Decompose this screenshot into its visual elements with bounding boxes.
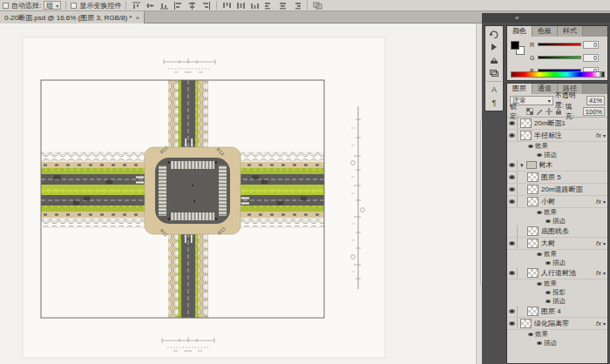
visibility-toggle[interactable] [507,118,518,129]
effect-row[interactable]: 描边 [507,151,607,159]
layer-row[interactable]: 小树 fx ▾ [507,196,607,208]
distribute-hcenter-icon[interactable] [277,1,288,10]
visibility-toggle[interactable] [526,142,535,151]
visibility-toggle[interactable] [544,288,552,297]
layer-thumbnail[interactable] [527,172,539,182]
red-slider[interactable] [538,43,581,46]
layer-thumbnail[interactable] [520,319,532,328]
visibility-toggle[interactable] [535,280,544,288]
visibility-toggle[interactable] [507,159,518,171]
foreground-color-swatch[interactable] [511,41,519,50]
clone-source-panel-icon[interactable] [486,54,502,66]
visibility-toggle[interactable] [507,306,518,317]
visibility-toggle[interactable] [507,318,518,329]
lock-transparent-icon[interactable] [526,108,533,115]
lock-position-icon[interactable] [546,108,552,115]
align-top-icon[interactable] [131,1,142,10]
visibility-toggle[interactable] [507,196,518,207]
effects-header-row[interactable]: 效果 [507,280,607,288]
visibility-toggle[interactable] [544,259,552,267]
auto-select-checkbox[interactable] [3,3,9,9]
canvas-vertical-scrollbar[interactable] [476,24,482,364]
effects-header-row[interactable]: 效果 [507,142,607,151]
green-value-field[interactable]: 0 [583,54,599,62]
distribute-right-icon[interactable] [291,1,302,10]
visibility-toggle[interactable] [507,226,518,237]
fx-badge[interactable]: fx ▾ [596,239,607,247]
effect-row[interactable]: 投影 [507,288,607,297]
effects-header-row[interactable]: 效果 [507,208,607,217]
layer-row[interactable]: 人行道树池 fx ▾ [507,267,607,280]
tab-swatches[interactable]: 色板 [532,26,558,37]
visibility-toggle[interactable] [535,339,544,347]
visibility-toggle[interactable] [535,208,544,217]
red-value-field[interactable]: 0 [583,41,599,49]
fill-field[interactable]: 100% [583,107,605,116]
effects-header-row[interactable]: 效果 [507,250,607,259]
fx-badge[interactable]: fx ▾ [596,269,607,277]
layer-row[interactable]: 图层 5 [507,172,607,184]
align-vcenter-icon[interactable] [145,1,156,10]
distribute-left-icon[interactable] [263,1,274,10]
layer-comps-panel-icon[interactable] [486,67,502,79]
lock-all-icon[interactable] [555,108,562,115]
fx-badge[interactable]: fx ▾ [596,198,607,206]
tab-channels[interactable]: 通道 [532,84,558,94]
history-panel-icon[interactable] [486,28,502,40]
group-expand-caret[interactable]: ▾ [520,162,524,169]
align-bottom-icon[interactable] [159,1,170,10]
distribute-top-icon[interactable] [221,1,233,10]
layer-row[interactable]: 大树 fx ▾ [507,238,607,250]
visibility-toggle[interactable] [544,217,552,226]
canvas-area[interactable]: R12 R12 R12 R12 [0,24,476,364]
align-hcenter-icon[interactable] [186,1,198,10]
layer-thumbnail[interactable] [527,197,539,206]
collapse-dock-button[interactable]: « [515,14,518,22]
fx-badge[interactable]: fx ▾ [596,320,607,327]
effect-row[interactable]: 描边 [507,339,607,347]
tab-styles[interactable]: 样式 [558,26,583,37]
layer-thumbnail[interactable] [527,226,539,236]
layer-row[interactable]: 20m断面1 [507,118,607,130]
visibility-toggle[interactable] [544,297,552,306]
layer-row[interactable]: 20m道路断面 [507,184,607,196]
green-slider[interactable] [538,56,581,59]
layer-row[interactable]: 半径标注 fx ▾ [507,130,607,142]
layer-thumbnail[interactable] [520,131,532,140]
group-row[interactable]: ▾ 树木 [507,159,607,172]
document-tab[interactable]: 0-20断面.psd @ 16.6% (图层 3, RGB/8) * × [0,11,145,24]
distribute-bottom-icon[interactable] [249,1,261,10]
layer-thumbnail[interactable] [520,118,532,128]
visibility-toggle[interactable] [507,172,518,183]
layer-row[interactable]: 图层 4 [507,306,607,318]
layer-row[interactable]: 底图线条 [507,226,607,238]
effect-row[interactable]: 描边 [507,259,607,267]
visibility-toggle[interactable] [526,330,535,339]
color-spectrum-ramp[interactable] [511,71,605,78]
visibility-toggle[interactable] [507,130,518,141]
close-icon[interactable]: × [135,14,139,22]
align-right-icon[interactable] [200,1,212,10]
effect-row[interactable]: 描边 [507,217,607,226]
auto-select-dropdown[interactable]: 组 ▾ [44,1,61,10]
actions-panel-icon[interactable] [486,41,502,53]
effects-header-row[interactable]: 效果 [507,330,607,339]
layer-thumbnail[interactable] [527,185,539,194]
layer-thumbnail[interactable] [527,239,539,248]
visibility-toggle[interactable] [507,238,518,249]
visibility-toggle[interactable] [535,250,544,259]
effect-row[interactable]: 描边 [507,297,607,306]
show-transform-checkbox[interactable] [71,3,77,9]
foreground-background-swatches[interactable] [511,41,526,57]
layer-thumbnail[interactable] [527,268,539,278]
visibility-toggle[interactable] [507,184,518,195]
visibility-toggle[interactable] [507,267,518,279]
layer-row[interactable]: 绿化隔离带 fx ▾ [507,318,607,330]
tab-color[interactable]: 颜色 [507,26,532,37]
fx-badge[interactable]: fx ▾ [596,131,607,139]
distribute-vcenter-icon[interactable] [235,1,247,10]
tab-layers[interactable]: 图层 [507,84,532,94]
paragraph-panel-icon[interactable]: ¶ [486,97,502,109]
auto-align-layers-icon[interactable] [312,1,323,10]
layer-thumbnail[interactable] [527,307,539,316]
